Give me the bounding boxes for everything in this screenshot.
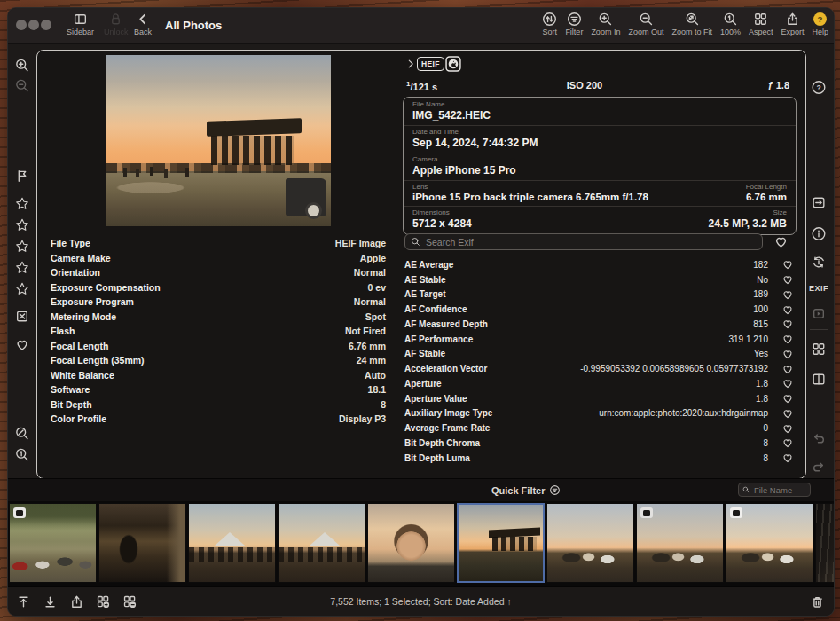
- rail-zoom-100-button[interactable]: [15, 447, 30, 466]
- exif-row[interactable]: Aperture Value 1.8: [404, 391, 800, 406]
- unlock-button[interactable]: Unlock: [104, 12, 129, 36]
- zoom-out-button[interactable]: Zoom Out: [628, 12, 663, 36]
- zoom-in-button[interactable]: Zoom In: [591, 12, 620, 36]
- collapse-panel-button[interactable]: [404, 58, 417, 74]
- camera-row: Camera Apple iPhone 15 Pro: [404, 153, 796, 181]
- filmstrip-thumbnail[interactable]: [98, 503, 186, 583]
- help-button[interactable]: ? Help: [812, 12, 828, 36]
- filmstrip-thumbnail[interactable]: [457, 503, 545, 583]
- file-name-search-input[interactable]: [752, 484, 806, 496]
- filmstrip-thumbnail[interactable]: [546, 503, 634, 583]
- exif-row[interactable]: AF Stable Yes: [404, 347, 800, 362]
- exif-row[interactable]: AF Performance 319 1 210: [404, 332, 800, 347]
- flag-button[interactable]: [15, 169, 30, 187]
- exif-row[interactable]: AE Target 189: [404, 287, 800, 303]
- split-view-button[interactable]: [812, 372, 827, 390]
- rail-zoom-out-button[interactable]: [15, 78, 30, 97]
- favorite-exif-heart-icon[interactable]: [775, 392, 800, 405]
- exif-row[interactable]: Bit Depth Luma 8: [404, 451, 800, 466]
- sync-info-button[interactable]: [812, 255, 827, 273]
- photo-truck-wheel: [305, 202, 322, 219]
- exif-row[interactable]: Acceleration Vector -0.9959053392 0.0065…: [404, 361, 800, 376]
- favorite-exif-heart-icon[interactable]: [775, 422, 800, 435]
- export-button[interactable]: Export: [781, 12, 804, 36]
- filmstrip-thumbnail[interactable]: [636, 503, 724, 583]
- exif-row[interactable]: AE Stable No: [404, 272, 800, 287]
- photo-preview[interactable]: [106, 55, 331, 226]
- filmstrip-thumbnail[interactable]: [367, 503, 455, 583]
- panel-settings-button[interactable]: [812, 195, 827, 214]
- zoom-actual-size-button[interactable]: 100%: [720, 12, 741, 36]
- star-rating-1-button[interactable]: [15, 196, 30, 215]
- favorite-exif-heart-icon[interactable]: [775, 377, 800, 389]
- aspect-button[interactable]: Aspect: [749, 12, 773, 36]
- favorite-exif-heart-icon[interactable]: [775, 318, 800, 330]
- exif-row[interactable]: AF Measured Depth 815: [404, 317, 800, 332]
- filmstrip-thumbnail[interactable]: [278, 503, 365, 583]
- favorite-exif-heart-icon[interactable]: [775, 333, 800, 345]
- filmstrip-thumbnail[interactable]: [726, 503, 813, 583]
- rail-zoom-in-button[interactable]: [15, 58, 30, 76]
- right-tool-rail: ? EXIF: [804, 43, 834, 474]
- filter-button[interactable]: Filter: [565, 12, 583, 36]
- favorite-exif-heart-icon[interactable]: [775, 303, 800, 316]
- panel-help-button[interactable]: ?: [812, 80, 827, 98]
- reject-x-icon: [15, 309, 30, 324]
- exif-row[interactable]: AE Average 182: [404, 257, 800, 272]
- exif-row[interactable]: Average Frame Rate 0: [404, 421, 800, 436]
- sort-button[interactable]: Sort: [542, 12, 557, 36]
- zoom-window-button[interactable]: [41, 20, 51, 30]
- info-button[interactable]: [812, 226, 827, 245]
- favorite-exif-heart-icon[interactable]: [775, 258, 800, 271]
- favorite-exif-heart-icon[interactable]: [775, 288, 800, 301]
- reject-button[interactable]: [15, 309, 30, 327]
- grid-view-button[interactable]: [812, 342, 827, 360]
- metadata-value: Not Fired: [345, 326, 386, 336]
- grid-icon: [812, 342, 827, 357]
- favorite-button[interactable]: [15, 337, 30, 356]
- sidebar-toggle-button[interactable]: Sidebar: [67, 12, 94, 36]
- favorite-exif-heart-icon[interactable]: [775, 452, 800, 464]
- lens-value: iPhone 15 Pro back triple camera 6.765mm…: [412, 192, 787, 202]
- zoom-to-fit-button[interactable]: Zoom to Fit: [671, 12, 712, 36]
- titlebar: Sidebar Unlock Back All Photos Sort Filt…: [8, 8, 834, 44]
- favorite-exif-heart-icon[interactable]: [775, 273, 800, 286]
- star-rating-4-button[interactable]: [15, 260, 30, 279]
- redo-button[interactable]: [812, 459, 827, 477]
- exif-value: 319 1 210: [473, 334, 775, 344]
- zoom-100-icon: [15, 447, 30, 462]
- trash-button[interactable]: [810, 594, 825, 613]
- exif-row[interactable]: Aperture 1.8: [404, 376, 800, 391]
- favorite-exif-heart-icon[interactable]: [775, 363, 800, 375]
- favorites-filter-heart-icon[interactable]: [773, 234, 789, 253]
- export-icon: [785, 12, 800, 27]
- star-rating-5-button[interactable]: [15, 281, 30, 300]
- play-panel-button[interactable]: [812, 306, 827, 325]
- undo-button[interactable]: [812, 430, 827, 449]
- exif-row[interactable]: Bit Depth Chroma 8: [404, 436, 800, 451]
- close-window-button[interactable]: [16, 20, 27, 30]
- favorite-exif-heart-icon[interactable]: [775, 348, 800, 360]
- page-title: All Photos: [165, 19, 222, 32]
- favorite-exif-heart-icon[interactable]: [775, 407, 800, 420]
- filmstrip-thumbnail[interactable]: [9, 503, 97, 583]
- exif-panel-label: EXIF: [809, 284, 828, 293]
- rail-zoom-reset-button[interactable]: [15, 426, 30, 444]
- exif-value: 8: [470, 453, 775, 463]
- zoom-actual-icon: [723, 12, 738, 27]
- filmstrip-thumbnail[interactable]: [188, 503, 276, 583]
- file-name-search-box: [738, 483, 811, 497]
- exif-search-input[interactable]: [424, 236, 757, 248]
- filmstrip-thumbnail[interactable]: [815, 503, 834, 583]
- quick-filter-button[interactable]: Quick Filter: [491, 484, 561, 496]
- minimize-window-button[interactable]: [28, 20, 39, 30]
- exif-row[interactable]: AF Confidence 100: [404, 302, 800, 317]
- star-rating-3-button[interactable]: [15, 239, 30, 257]
- exif-row[interactable]: Auxiliary Image Type urn:com:apple:photo…: [404, 406, 800, 421]
- back-button[interactable]: Back: [134, 12, 152, 36]
- star-rating-2-button[interactable]: [15, 217, 30, 236]
- metadata-value: HEIF Image: [335, 238, 386, 248]
- exif-value: 1.8: [442, 379, 775, 389]
- favorite-exif-heart-icon[interactable]: [775, 436, 800, 449]
- zoom-out-icon: [639, 12, 654, 27]
